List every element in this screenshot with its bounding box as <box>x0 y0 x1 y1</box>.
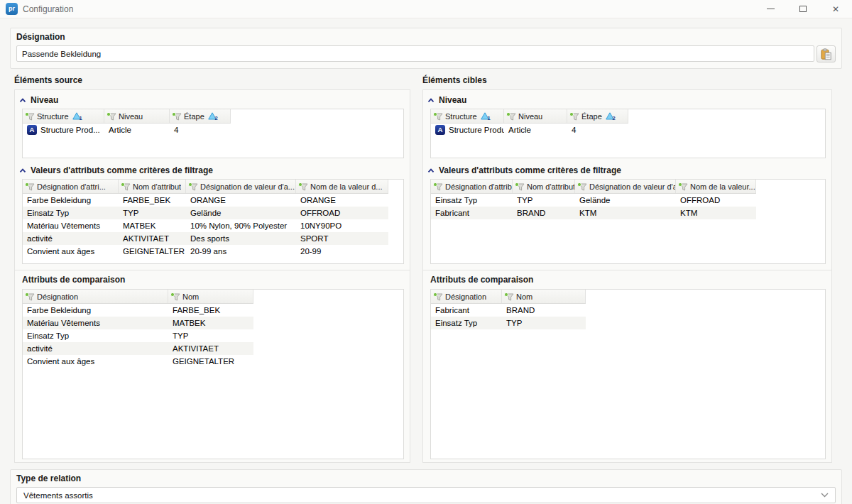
table-cell: Convient aux âges <box>23 355 168 368</box>
target-column: Éléments cibles Niveau Structure1NiveauÉ… <box>422 74 832 463</box>
window-title: Configuration <box>23 4 73 14</box>
filter-icon <box>433 292 443 301</box>
table-row[interactable]: Convient aux âgesGEIGNETALTER <box>23 355 253 368</box>
target-filter-table: Désignation d'attributNom d'attributDési… <box>430 179 826 264</box>
table-cell: Farbe Bekleidung <box>23 194 119 207</box>
table-row[interactable]: FabricantBRANDKTMKTM <box>431 207 756 219</box>
column-header[interactable]: Désignation <box>23 290 168 303</box>
source-column: Éléments source Niveau Structure1NiveauÉ… <box>14 74 410 463</box>
section-target-filter[interactable]: Valeurs d'attributs comme critères de fi… <box>427 164 831 177</box>
column-header[interactable]: Nom de la valeur... <box>676 180 756 193</box>
titlebar: pr Configuration ✕ <box>0 0 852 18</box>
column-header[interactable]: Niveau <box>504 109 567 123</box>
table-cell: Article <box>504 124 567 136</box>
relation-value: Vêtements assortis <box>23 491 93 500</box>
column-header[interactable]: Nom <box>168 290 253 303</box>
table-cell: activité <box>23 342 168 355</box>
table-cell: KTM <box>676 207 756 219</box>
source-panel: Niveau Structure1NiveauÉtape2AStructure … <box>14 89 410 463</box>
table-cell: TYP <box>513 194 575 207</box>
target-comparison-table: DésignationNomFabricantBRANDEinsatz TypT… <box>430 289 826 459</box>
columns-area: Éléments source Niveau Structure1NiveauÉ… <box>14 74 842 463</box>
table-row[interactable]: Matériau VêtementsMATBEK <box>23 317 253 329</box>
filter-icon <box>515 182 525 191</box>
table-cell: Article <box>104 124 170 136</box>
column-header[interactable]: Niveau <box>104 109 170 123</box>
filter-icon <box>506 112 516 121</box>
table-cell: FARBE_BEK <box>119 194 186 207</box>
filter-icon <box>25 112 35 121</box>
column-header[interactable]: Étape2 <box>170 109 231 123</box>
table-row[interactable]: Matériau VêtementsMATBEK10% Nylon, 90% P… <box>23 219 388 232</box>
table-row[interactable]: Einsatz TypTYP <box>431 317 586 329</box>
table-row[interactable]: FabricantBRAND <box>431 304 586 317</box>
table-row[interactable]: Einsatz TypTYPGeländeOFFROAD <box>23 207 388 219</box>
table-row[interactable]: Einsatz TypTYPGeländeOFFROAD <box>431 194 756 207</box>
column-header[interactable]: Nom d'attribut <box>513 180 575 193</box>
column-header[interactable]: Structure1 <box>23 109 104 123</box>
collapse-icon <box>427 98 435 103</box>
table-cell: ORANGE <box>186 194 296 207</box>
relation-select[interactable]: Vêtements assortis <box>16 487 836 503</box>
table-cell: TYP <box>168 329 253 342</box>
target-panel: Niveau Structure1NiveauÉtape2AStructure … <box>422 89 832 463</box>
table-cell: 10NY90PO <box>296 219 388 232</box>
paste-button[interactable] <box>816 45 836 62</box>
app-icon: pr <box>6 3 18 15</box>
section-source-niveau[interactable]: Niveau <box>19 94 410 106</box>
table-row[interactable]: Farbe BekleidungFARBE_BEK <box>23 304 253 317</box>
minimize-icon <box>767 9 775 9</box>
table-cell: Farbe Bekleidung <box>23 304 168 317</box>
window-controls: ✕ <box>754 0 852 18</box>
column-header[interactable]: Désignation de valeur d'a... <box>575 180 676 193</box>
filter-icon <box>188 182 198 191</box>
table-cell: Einsatz Typ <box>431 317 502 329</box>
table-cell: BRAND <box>513 207 575 219</box>
table-cell: BRAND <box>502 304 586 317</box>
filter-icon <box>569 112 579 121</box>
collapse-icon <box>19 168 26 173</box>
table-cell: AKTIVITAET <box>168 342 253 355</box>
filter-icon <box>433 182 443 191</box>
table-header-row: DésignationNom <box>23 290 253 304</box>
filter-icon <box>172 112 182 121</box>
table-row[interactable]: Convient aux âgesGEIGNETALTER20-99 ans20… <box>23 245 388 258</box>
minimize-button[interactable] <box>754 0 787 18</box>
filter-icon <box>504 292 514 301</box>
column-header[interactable]: Étape2 <box>567 109 628 123</box>
table-row[interactable]: Farbe BekleidungFARBE_BEKORANGEORANGE <box>23 194 388 207</box>
table-row[interactable]: AStructure ProduitsArticle4 <box>431 124 628 136</box>
column-header[interactable]: Nom d'attribut <box>119 180 186 193</box>
table-cell: TYP <box>502 317 586 329</box>
column-header[interactable]: Nom de la valeur d... <box>296 180 388 193</box>
table-row[interactable]: AStructure Prod...Article4 <box>23 124 231 136</box>
maximize-button[interactable] <box>787 0 819 18</box>
designation-input[interactable] <box>16 45 814 62</box>
section-label: Niveau <box>31 95 58 105</box>
table-row[interactable]: activitéAKTIVITAETDes sportsSPORT <box>23 232 388 245</box>
clipboard-icon <box>820 48 832 60</box>
table-cell: OFFROAD <box>296 207 388 219</box>
table-cell: 4 <box>170 124 231 136</box>
source-filter-table: Désignation d'attri...Nom d'attributDési… <box>22 179 404 264</box>
column-header[interactable]: Désignation <box>431 290 502 303</box>
table-cell: KTM <box>575 207 676 219</box>
column-header[interactable]: Désignation d'attribut <box>431 180 513 193</box>
section-divider <box>423 270 831 270</box>
dialog-content: Désignation Éléments source <box>0 18 852 504</box>
table-row[interactable]: activitéAKTIVITAET <box>23 342 253 355</box>
section-target-niveau[interactable]: Niveau <box>427 94 831 106</box>
column-header[interactable]: Nom <box>502 290 586 303</box>
designation-group: Désignation <box>10 28 842 69</box>
filter-icon <box>121 182 131 191</box>
close-button[interactable]: ✕ <box>819 0 852 18</box>
table-cell: GEIGNETALTER <box>168 355 253 368</box>
table-cell: TYP <box>119 207 186 219</box>
table-row[interactable]: Einsatz TypTYP <box>23 329 253 342</box>
column-header[interactable]: Désignation de valeur d'a... <box>186 180 296 193</box>
column-header[interactable]: Structure1 <box>431 109 504 123</box>
table-cell: Einsatz Typ <box>23 329 168 342</box>
section-source-filter[interactable]: Valeurs d'attributs comme critères de fi… <box>19 164 410 177</box>
column-header[interactable]: Désignation d'attri... <box>23 180 119 193</box>
table-header-row: DésignationNom <box>431 290 586 304</box>
